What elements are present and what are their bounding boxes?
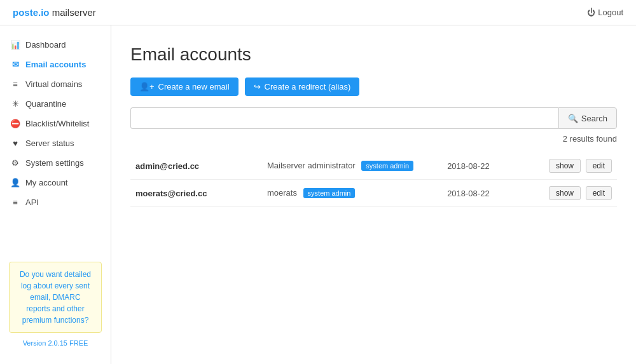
redirect-icon: ↪: [254, 82, 261, 91]
edit-button[interactable]: edit: [586, 186, 612, 200]
show-button[interactable]: show: [549, 186, 581, 200]
sidebar-label-server-status: Server status: [25, 138, 74, 148]
main-content: Email accounts 👤+ Create a new email ↪ C…: [111, 25, 636, 364]
edit-button[interactable]: edit: [586, 159, 612, 173]
search-button[interactable]: 🔍 Search: [558, 107, 617, 129]
sidebar-label-virtual-domains: Virtual domains: [25, 79, 82, 89]
search-row: 🔍 Search: [130, 107, 617, 129]
sidebar-label-my-account: My account: [25, 178, 67, 187]
sidebar-item-dashboard[interactable]: 📊Dashboard: [0, 35, 111, 55]
version-text: Version 2.0.15 FREE: [9, 333, 102, 347]
sidebar-icon-dashboard: 📊: [10, 40, 20, 50]
sidebar-bottom: Do you want detailed log about every sen…: [0, 254, 111, 354]
topnav: poste.io mailserver ⏻ Logout: [0, 0, 636, 25]
results-count: 2 results found: [130, 134, 617, 144]
brand: poste.io mailserver: [13, 7, 96, 18]
email-actions: show edit: [530, 180, 617, 207]
sidebar-item-blacklist-whitelist[interactable]: ⛔Blacklist/Whitelist: [0, 114, 111, 133]
power-icon: ⏻: [587, 8, 595, 17]
sidebar-label-api: API: [25, 198, 39, 207]
sidebar-label-quarantine: Quarantine: [25, 99, 66, 109]
action-buttons: 👤+ Create a new email ↪ Create a redirec…: [130, 78, 617, 96]
add-user-icon: 👤+: [139, 82, 155, 91]
email-description: moerats system admin: [262, 180, 442, 207]
email-address: admin@cried.cc: [130, 152, 262, 180]
sidebar-icon-email-accounts: ✉: [10, 60, 20, 69]
sidebar-item-server-status[interactable]: ♥Server status: [0, 133, 111, 153]
sidebar-label-email-accounts: Email accounts: [25, 60, 86, 69]
logout-label: Logout: [598, 8, 623, 17]
create-redirect-button[interactable]: ↪ Create a redirect (alias): [245, 78, 360, 96]
sidebar-item-my-account[interactable]: 👤My account: [0, 173, 111, 192]
sidebar-label-blacklist-whitelist: Blacklist/Whitelist: [25, 119, 89, 128]
search-input[interactable]: [130, 107, 558, 129]
email-date: 2018-08-22: [442, 180, 530, 207]
table-row: admin@cried.cc Mailserver administrator …: [130, 152, 617, 180]
table-row: moerats@cried.cc moerats system admin 20…: [130, 180, 617, 207]
system-admin-badge: system admin: [303, 188, 356, 198]
sidebar-item-api[interactable]: ≡API: [0, 192, 111, 212]
sidebar-item-email-accounts[interactable]: ✉Email accounts: [0, 55, 111, 74]
system-admin-badge: system admin: [361, 161, 413, 171]
sidebar-label-dashboard: Dashboard: [25, 40, 66, 50]
brand-name-rest: mailserver: [50, 7, 96, 18]
sidebar-icon-blacklist-whitelist: ⛔: [10, 119, 20, 128]
sidebar-item-virtual-domains[interactable]: ≡Virtual domains: [0, 74, 111, 94]
search-icon: 🔍: [568, 114, 578, 123]
sidebar-icon-quarantine: ✳: [10, 99, 20, 109]
brand-name-blue: poste.io: [13, 7, 50, 18]
email-address: moerats@cried.cc: [130, 180, 262, 207]
sidebar-label-system-settings: System settings: [25, 158, 84, 168]
sidebar-icon-system-settings: ⚙: [10, 158, 20, 168]
logout-button[interactable]: ⏻ Logout: [587, 8, 623, 17]
sidebar-icon-api: ≡: [10, 198, 20, 207]
email-description: Mailserver administrator system admin: [262, 152, 442, 180]
email-actions: show edit: [530, 152, 617, 180]
page-title: Email accounts: [130, 44, 617, 65]
sidebar-icon-my-account: 👤: [10, 178, 20, 187]
sidebar-icon-virtual-domains: ≡: [10, 79, 20, 89]
show-button[interactable]: show: [549, 159, 581, 173]
sidebar-item-system-settings[interactable]: ⚙System settings: [0, 153, 111, 173]
email-date: 2018-08-22: [442, 152, 530, 180]
sidebar-item-quarantine[interactable]: ✳Quarantine: [0, 94, 111, 114]
sidebar: 📊Dashboard✉Email accounts≡Virtual domain…: [0, 25, 111, 364]
create-email-button[interactable]: 👤+ Create a new email: [130, 78, 238, 96]
email-table: admin@cried.cc Mailserver administrator …: [130, 152, 617, 207]
promo-box[interactable]: Do you want detailed log about every sen…: [9, 262, 102, 333]
layout: 📊Dashboard✉Email accounts≡Virtual domain…: [0, 25, 636, 364]
sidebar-icon-server-status: ♥: [10, 138, 20, 148]
